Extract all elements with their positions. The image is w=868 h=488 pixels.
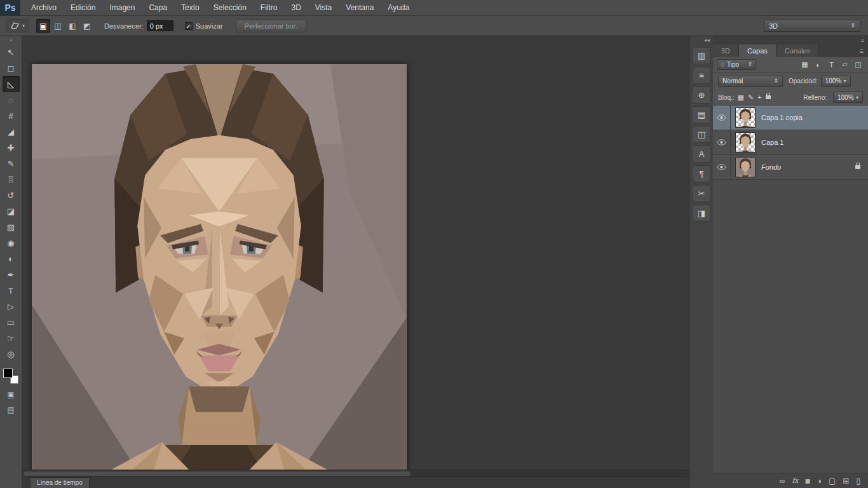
adjustment-layer-icon[interactable]: ◑: [817, 477, 822, 485]
panel-tab-canales[interactable]: Canales: [776, 44, 819, 57]
intersect-selection-mode[interactable]: ◩: [80, 19, 94, 33]
lock-paint-icon[interactable]: ✎: [748, 93, 754, 102]
eye-icon: [717, 114, 726, 121]
link-layers-icon[interactable]: ∞: [780, 477, 785, 485]
layer-mask-icon[interactable]: ◙: [805, 477, 810, 485]
healing-brush-tool[interactable]: ✚: [3, 140, 20, 156]
horizontal-scrollbar[interactable]: [22, 470, 689, 477]
measure-panel-icon[interactable]: ✂: [693, 185, 710, 202]
panel-menu-icon[interactable]: ≡: [855, 44, 868, 57]
character-panel-icon[interactable]: A: [693, 146, 710, 163]
delete-layer-icon[interactable]: ▯: [856, 477, 860, 485]
antialias-option[interactable]: ✓ Suavizar: [185, 22, 223, 30]
panel-tab-3d[interactable]: 3D: [713, 44, 739, 57]
layer-thumbnail[interactable]: [735, 157, 756, 177]
filter-smart-objects-icon[interactable]: ◳: [852, 59, 864, 70]
new-group-icon[interactable]: ▢: [829, 477, 836, 485]
quick-mask-button[interactable]: ▣: [3, 388, 20, 402]
zoom-tool[interactable]: ◎: [3, 346, 20, 362]
menu-capa[interactable]: Capa: [142, 0, 174, 16]
notes-panel-icon[interactable]: ◨: [693, 205, 710, 222]
new-layer-icon[interactable]: ⊞: [843, 477, 849, 485]
menu-archivo[interactable]: Archivo: [24, 0, 64, 16]
color-swatches[interactable]: [3, 369, 18, 384]
layer-effects-icon[interactable]: fx: [792, 477, 798, 485]
menu-ayuda[interactable]: Ayuda: [381, 0, 416, 16]
checkbox-check-icon[interactable]: ✓: [185, 22, 193, 30]
fill-combo[interactable]: 100% ▾: [833, 92, 863, 103]
filter-pixel-layers-icon[interactable]: ▦: [799, 59, 811, 70]
refine-edge-button[interactable]: Perfeccionar bor.: [236, 20, 306, 32]
menu-filtro[interactable]: Filtro: [254, 0, 285, 16]
paragraph-panel-icon[interactable]: ¶: [693, 165, 710, 182]
scrollbar-thumb[interactable]: [24, 471, 410, 476]
path-selection-tool[interactable]: ▷: [3, 299, 20, 315]
type-tool[interactable]: T: [3, 283, 20, 299]
feather-input[interactable]: 0 px: [147, 20, 173, 31]
subtract-from-selection-mode[interactable]: ◧: [65, 19, 79, 33]
histogram-panel-icon[interactable]: ▥: [693, 47, 710, 64]
menu-vista[interactable]: Vista: [308, 0, 339, 16]
dodge-tool[interactable]: ◐: [3, 251, 20, 267]
screen-mode-button[interactable]: ▤: [3, 403, 20, 417]
rectangular-marquee-tool[interactable]: ◻: [3, 60, 20, 76]
tool-preset-picker[interactable]: ▾: [6, 19, 29, 32]
layer-name[interactable]: Capa 1: [761, 139, 783, 146]
layer-visibility-toggle[interactable]: [713, 130, 731, 155]
eyedropper-tool[interactable]: ◢: [3, 124, 20, 140]
quick-selection-tool[interactable]: ◌: [3, 92, 20, 108]
panel-dock-header[interactable]: ≡: [713, 36, 868, 44]
lock-transparency-icon[interactable]: ▦: [738, 93, 744, 102]
layer-row-capa-1[interactable]: Capa 1: [713, 130, 868, 155]
tools-collapse-handle[interactable]: »: [0, 36, 22, 44]
blend-mode-combo[interactable]: Normal ⇕: [718, 76, 783, 87]
lock-all-icon[interactable]: [766, 95, 771, 99]
menu-texto[interactable]: Texto: [174, 0, 207, 16]
filter-type-layers-icon[interactable]: T: [825, 59, 837, 70]
layer-thumbnail[interactable]: [735, 107, 756, 128]
layer-row-capa-1-copia[interactable]: Capa 1 copia: [713, 105, 868, 130]
timeline-tab[interactable]: Línea de tiempo: [30, 477, 90, 488]
hand-tool[interactable]: ☞: [3, 330, 20, 346]
layer-visibility-toggle[interactable]: [713, 155, 731, 180]
menu-edici-n[interactable]: Edición: [64, 0, 102, 16]
new-selection-mode[interactable]: ▣: [36, 19, 50, 33]
menu-3d[interactable]: 3D: [284, 0, 308, 16]
info-panel-icon[interactable]: ◫: [693, 126, 710, 143]
layer-thumbnail[interactable]: [735, 132, 756, 152]
blur-tool[interactable]: ◉: [3, 235, 20, 251]
lock-position-icon[interactable]: +: [757, 93, 761, 101]
feather-label: Desvanecer:: [104, 22, 144, 30]
filter-kind-combo[interactable]: ◌ Tipo ⇕: [717, 59, 756, 70]
panel-tab-capas[interactable]: Capas: [739, 44, 776, 57]
layer-visibility-toggle[interactable]: [713, 105, 731, 130]
menu-selecci-n[interactable]: Selección: [207, 0, 254, 16]
polygonal-lasso-tool[interactable]: ◺: [3, 76, 20, 92]
gradient-tool[interactable]: ▨: [3, 219, 20, 235]
menu-imagen[interactable]: Imagen: [102, 0, 142, 16]
brush-tool[interactable]: ✎: [3, 156, 20, 172]
pen-tool[interactable]: ✒: [3, 267, 20, 283]
workspace-switcher[interactable]: 3D ⇕: [764, 20, 860, 32]
layer-row-fondo[interactable]: Fondo: [713, 155, 868, 180]
menu-ventana[interactable]: Ventana: [339, 0, 381, 16]
filter-shape-layers-icon[interactable]: ▱: [839, 59, 851, 70]
styles-panel-icon[interactable]: ▤: [693, 106, 710, 123]
dock-expand-handle[interactable]: ◂◂: [690, 36, 713, 44]
opacity-combo[interactable]: 100% ▾: [821, 76, 851, 87]
foreground-color-swatch[interactable]: [3, 369, 13, 378]
canvas-document[interactable]: [32, 64, 407, 475]
navigator-panel-icon[interactable]: ≡: [693, 67, 710, 84]
clone-source-panel-icon[interactable]: ⊕: [693, 86, 710, 104]
layer-name[interactable]: Capa 1 copia: [761, 114, 803, 121]
move-tool[interactable]: ↖: [3, 44, 20, 60]
crop-tool[interactable]: #: [3, 108, 20, 124]
rectangle-tool[interactable]: ▭: [3, 315, 20, 330]
add-to-selection-mode[interactable]: ◫: [51, 19, 65, 33]
history-brush-tool[interactable]: ↺: [3, 187, 20, 203]
layer-name[interactable]: Fondo: [761, 163, 781, 171]
filter-adjustment-layers-icon[interactable]: ◐: [812, 59, 824, 70]
clone-stamp-tool[interactable]: ♖: [3, 172, 20, 187]
eraser-tool[interactable]: ◪: [3, 203, 20, 219]
type-tool-icon: T: [8, 286, 13, 295]
